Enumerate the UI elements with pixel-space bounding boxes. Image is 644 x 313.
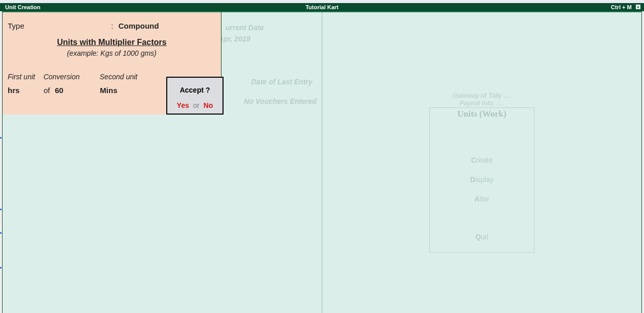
title-shortcut: Ctrl + M <box>611 3 632 11</box>
gateway-item-quit[interactable]: Quit <box>430 233 534 241</box>
type-value[interactable]: Compound <box>119 21 159 30</box>
type-label: Type <box>8 21 109 30</box>
gateway-item-create[interactable]: Create <box>430 156 534 164</box>
type-colon: : <box>111 21 113 30</box>
header-first-unit: First unit <box>8 73 41 81</box>
accept-question: Accept ? <box>167 86 223 94</box>
header-second-unit: Second unit <box>100 73 156 81</box>
accept-dialog: Accept ? Yes or No <box>166 77 224 115</box>
vertical-divider <box>322 12 322 313</box>
last-entry-label: Date of Last Entry <box>251 78 313 86</box>
gateway-item-alter[interactable]: Alter <box>430 195 534 203</box>
accept-yes-button[interactable]: Yes <box>177 101 189 109</box>
section-title: Units with Multiplier Factors <box>3 38 221 47</box>
header-conversion: Conversion <box>43 73 98 81</box>
left-panel-mark <box>0 267 2 269</box>
of-label: of <box>43 86 55 95</box>
gateway-item-display-label: isplay <box>475 175 494 184</box>
gateway-item-quit-label: uit <box>481 233 488 241</box>
last-entry-value: No Vouchers Entered <box>244 97 317 105</box>
current-date-label: urrent Date <box>226 24 264 32</box>
gateway-heading: Units (Work) <box>430 108 534 119</box>
gateway-item-quit-hotkey: Q <box>475 233 481 241</box>
section-example: (example: Kgs of 1000 gms) <box>3 49 221 57</box>
title-center: Tutorial Kart <box>0 3 644 11</box>
gateway-menu: Gateway of Tally .... Payroll Info. ....… <box>429 107 535 253</box>
gateway-item-display-hotkey: D <box>470 175 475 184</box>
second-unit-value[interactable]: Mins <box>100 86 156 95</box>
conversion-value[interactable]: 60 <box>55 86 98 95</box>
gateway-item-create-hotkey: C <box>471 156 476 164</box>
accept-or-label: or <box>191 101 202 109</box>
section-title-text: Units with Multiplier Factors <box>57 38 166 47</box>
left-panel-mark <box>0 209 2 210</box>
gateway-breadcrumbs: Gateway of Tally .... Payroll Info. .... <box>430 92 534 107</box>
accept-no-button[interactable]: No <box>204 101 213 109</box>
gateway-item-alter-hotkey: A <box>474 195 479 203</box>
gateway-item-create-label: reate <box>476 156 493 164</box>
value-row: hrs of60 Mins <box>8 86 156 95</box>
accept-options: Yes or No <box>167 101 223 109</box>
gateway-item-display[interactable]: Display <box>430 175 534 184</box>
column-headers: First unit Conversion Second unit <box>8 73 156 81</box>
type-row: Type : Compound <box>8 21 159 30</box>
gateway-crumb-1: Gateway of Tally .... <box>430 92 534 99</box>
workspace: urrent Date ay, 1 Apr, 2019 Date of Last… <box>2 11 642 313</box>
gateway-crumb-2: Payroll Info. .... <box>430 99 534 107</box>
close-icon[interactable]: x <box>635 4 641 10</box>
left-panel-mark <box>0 137 2 139</box>
left-panel-mark <box>0 232 2 234</box>
title-bar: Unit Creation Tutorial Kart Ctrl + M x <box>0 3 644 11</box>
first-unit-value[interactable]: hrs <box>8 86 41 95</box>
gateway-item-alter-label: lter <box>479 195 489 203</box>
